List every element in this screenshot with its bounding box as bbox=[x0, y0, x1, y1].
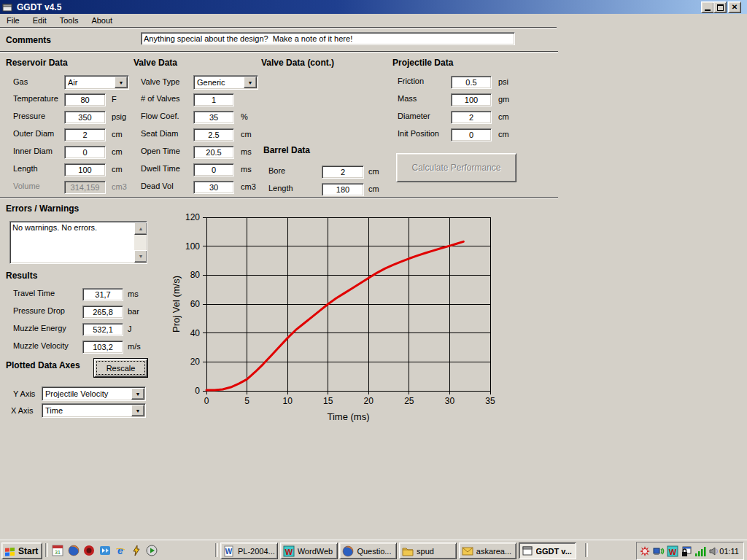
signal-bars-icon[interactable] bbox=[694, 545, 706, 557]
muzzle-energy-value: 532,1 bbox=[82, 323, 123, 336]
bore-input[interactable]: 2 bbox=[322, 166, 364, 179]
system-tray: W 01:11 bbox=[636, 542, 744, 560]
friction-label: Friction bbox=[398, 77, 424, 85]
dead-vol-input[interactable]: 30 bbox=[193, 181, 234, 194]
valve-type-select[interactable]: Generic▼ bbox=[193, 75, 258, 90]
svg-text:120: 120 bbox=[185, 212, 200, 222]
firefox-icon bbox=[342, 545, 354, 557]
init-position-input[interactable]: 0 bbox=[451, 128, 492, 141]
dwell-time-input[interactable]: 0 bbox=[193, 163, 234, 176]
y-axis-value: Projectile Velocity bbox=[42, 389, 131, 398]
pressure-drop-value: 265,8 bbox=[82, 306, 123, 319]
chevron-down-icon[interactable]: ▼ bbox=[131, 388, 144, 400]
chevron-down-icon[interactable]: ▼ bbox=[115, 77, 128, 88]
task-button-spud[interactable]: spud bbox=[399, 542, 457, 559]
inner-diam-input[interactable]: 0 bbox=[64, 146, 106, 159]
comments-label: Comments bbox=[6, 35, 51, 45]
inner-diam-label: Inner Diam bbox=[13, 147, 53, 155]
messenger-icon bbox=[99, 545, 111, 556]
network-icon[interactable] bbox=[653, 545, 665, 557]
svg-text:20: 20 bbox=[190, 357, 201, 367]
open-time-input[interactable]: 20.5 bbox=[193, 146, 234, 159]
task-button-askarea[interactable]: askarea... bbox=[459, 542, 516, 559]
pressure-input[interactable]: 350 bbox=[64, 111, 106, 124]
muzzle-velocity-value: 103,2 bbox=[82, 341, 123, 354]
friction-input[interactable]: 0.5 bbox=[451, 76, 492, 89]
chevron-down-icon[interactable]: ▼ bbox=[131, 405, 144, 416]
volume-icon[interactable] bbox=[708, 545, 720, 557]
quick-launch-media-player-icon[interactable] bbox=[146, 545, 158, 558]
travel-time-unit: ms bbox=[128, 289, 139, 298]
errors-warnings-box[interactable]: No warnings. No errors. ▲ ▼ bbox=[9, 221, 147, 264]
quick-launch-winamp-icon[interactable] bbox=[131, 545, 142, 558]
svg-text:e: e bbox=[117, 545, 123, 556]
of-valves-label: # of Valves bbox=[141, 94, 180, 103]
quick-launch-media-calendar-icon[interactable]: 31 bbox=[52, 545, 63, 558]
length-input[interactable]: 100 bbox=[64, 163, 106, 176]
diameter-unit: cm bbox=[498, 112, 509, 121]
svg-text:20: 20 bbox=[364, 396, 374, 406]
gas-select[interactable]: Air▼ bbox=[64, 75, 129, 90]
wordweb-tray-icon[interactable]: W bbox=[667, 545, 678, 557]
svg-text:25: 25 bbox=[404, 396, 414, 406]
task-button-questio[interactable]: Questio... bbox=[339, 542, 397, 559]
scroll-down-icon[interactable]: ▼ bbox=[134, 250, 147, 262]
outer-diam-input[interactable]: 2 bbox=[64, 128, 106, 141]
start-button[interactable]: Start bbox=[1, 542, 42, 559]
travel-time-value: 31,7 bbox=[82, 288, 123, 301]
red-media-icon bbox=[83, 545, 95, 556]
task-button-ggdt-v[interactable]: GGDT v... bbox=[519, 542, 576, 559]
diameter-input[interactable]: 2 bbox=[451, 111, 492, 124]
firefox-icon bbox=[68, 545, 80, 556]
length-input[interactable]: 180 bbox=[322, 183, 364, 196]
word-document-icon: W bbox=[223, 545, 235, 557]
temperature-input[interactable]: 80 bbox=[64, 93, 106, 106]
svg-text:W: W bbox=[285, 547, 293, 556]
media-calendar-icon: 31 bbox=[52, 545, 63, 556]
seat-diam-unit: cm bbox=[241, 130, 252, 139]
svg-text:80: 80 bbox=[190, 270, 201, 280]
svg-text:15: 15 bbox=[323, 396, 333, 406]
valve-data-cont-header: Valve Data (cont.) bbox=[261, 58, 334, 68]
security-icon[interactable] bbox=[681, 545, 692, 557]
task-button-label: GGDT v... bbox=[536, 547, 572, 556]
dwell-time-unit: ms bbox=[241, 165, 252, 174]
envelope-icon bbox=[462, 545, 473, 557]
valve-data-header: Valve Data bbox=[133, 58, 177, 68]
of-valves-input[interactable]: 1 bbox=[193, 93, 234, 106]
svg-text:31: 31 bbox=[55, 550, 61, 555]
open-time-label: Open Time bbox=[141, 147, 180, 155]
pressure-drop-unit: bar bbox=[128, 307, 139, 316]
bore-unit: cm bbox=[368, 167, 379, 176]
quick-launch-internet-explorer-icon[interactable]: e bbox=[115, 545, 126, 558]
friction-unit: psi bbox=[498, 77, 508, 86]
tray-clock[interactable]: 01:11 bbox=[719, 547, 739, 556]
mass-input[interactable]: 100 bbox=[451, 93, 492, 106]
volume-label: Volume bbox=[13, 182, 40, 190]
errors-scrollbar[interactable]: ▲ ▼ bbox=[134, 222, 146, 262]
y-axis-label: Y Axis bbox=[13, 389, 35, 398]
seat-diam-input[interactable]: 2.5 bbox=[193, 128, 234, 141]
x-axis-select[interactable]: Time ▼ bbox=[42, 403, 146, 418]
pressure-unit: psig bbox=[112, 112, 126, 121]
svg-text:Proj Vel (m/s): Proj Vel (m/s) bbox=[171, 276, 182, 332]
comments-input[interactable] bbox=[141, 32, 515, 45]
winamp-icon bbox=[131, 545, 142, 556]
task-button-pl-2004[interactable]: WPL-2004... bbox=[220, 542, 278, 559]
flow-coef-input[interactable]: 35 bbox=[193, 111, 234, 124]
scroll-up-icon[interactable]: ▲ bbox=[134, 222, 147, 235]
x-axis-value: Time bbox=[42, 406, 131, 415]
task-button-label: spud bbox=[417, 547, 434, 556]
start-label: Start bbox=[18, 546, 38, 556]
y-axis-select[interactable]: Projectile Velocity ▼ bbox=[42, 386, 146, 401]
task-button-wordweb[interactable]: WWordWeb bbox=[280, 542, 338, 559]
outer-diam-unit: cm bbox=[112, 130, 123, 139]
quick-launch-red-media-icon[interactable] bbox=[83, 545, 95, 558]
dwell-time-label: Dwell Time bbox=[141, 164, 180, 173]
velocity-time-chart: 05101520253035020406080100120Time (ms)Pr… bbox=[168, 211, 503, 430]
quick-launch-firefox-icon[interactable] bbox=[68, 545, 80, 558]
red-gear-icon[interactable] bbox=[639, 545, 651, 557]
quick-launch-messenger-icon[interactable] bbox=[99, 545, 111, 558]
chevron-down-icon[interactable]: ▼ bbox=[244, 77, 257, 88]
rescale-button[interactable]: Rescale bbox=[94, 359, 147, 377]
